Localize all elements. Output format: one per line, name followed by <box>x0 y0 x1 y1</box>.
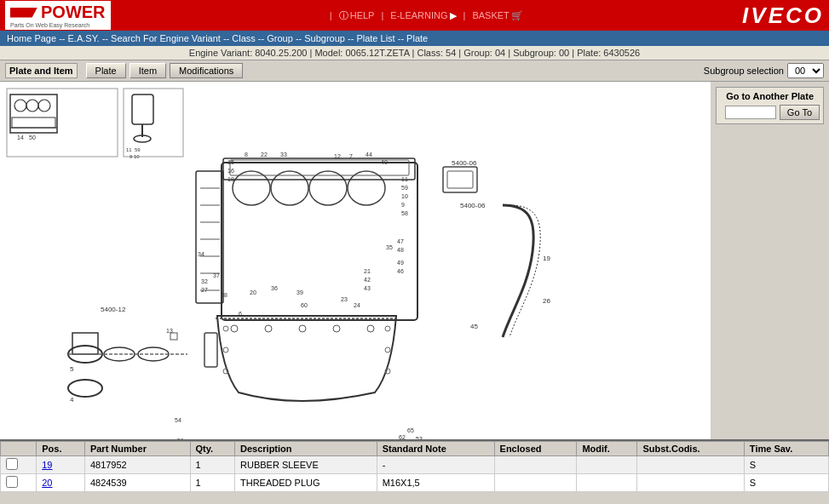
svg-text:65: 65 <box>407 427 414 433</box>
svg-text:15: 15 <box>227 159 234 165</box>
basket-link[interactable]: BASKET 🛒 <box>472 10 522 21</box>
parts-table: Pos. Part Number Qty. Description Standa… <box>0 441 829 492</box>
svg-text:38: 38 <box>221 292 227 298</box>
col-header-stdnote: Standard Note <box>377 442 494 456</box>
plate-and-item-label: Plate and Item <box>5 63 78 78</box>
svg-text:14: 14 <box>17 135 24 140</box>
tab-plate-button[interactable]: Plate <box>86 63 126 78</box>
svg-text:59: 59 <box>401 185 408 191</box>
goto-plate-button[interactable]: Go To <box>780 105 820 120</box>
svg-text:36: 36 <box>271 285 278 291</box>
row-enclosed <box>494 456 577 474</box>
top-nav: | ⓘ HELP | E-LEARNING ▶ | BASKET 🛒 <box>330 9 523 22</box>
svg-text:40: 40 <box>381 159 388 165</box>
row-checkbox-cell <box>1 474 37 492</box>
svg-text:37: 37 <box>213 272 220 278</box>
svg-text:23: 23 <box>341 296 348 302</box>
go-to-another-plate-panel: Go to Another Plate Go To <box>716 87 824 124</box>
svg-text:42: 42 <box>364 277 371 283</box>
iveco-logo: IVECO <box>742 3 824 29</box>
svg-text:47: 47 <box>397 238 404 244</box>
svg-text:50: 50 <box>29 135 36 140</box>
tab-item-button[interactable]: Item <box>130 63 166 78</box>
row-description: RUBBER SLEEVE <box>235 456 377 474</box>
svg-text:26: 26 <box>543 297 550 305</box>
svg-rect-0 <box>7 89 118 157</box>
svg-text:32: 32 <box>201 278 208 284</box>
row-select-checkbox[interactable] <box>6 458 18 470</box>
svg-text:11: 11 <box>126 147 132 152</box>
row-time-sav: S <box>744 456 828 474</box>
svg-text:5400-12: 5400-12 <box>101 306 126 313</box>
logo-area: POWER Parts On Web Easy Research <box>5 1 111 30</box>
pos-link[interactable]: 20 <box>42 478 52 488</box>
table-row: 1948179521RUBBER SLEEVE-S <box>1 456 829 474</box>
svg-point-35 <box>385 347 390 352</box>
row-pos[interactable]: 20 <box>37 474 85 492</box>
svg-rect-40 <box>72 333 98 354</box>
svg-text:39: 39 <box>296 289 303 295</box>
parts-table-body: 1948179521RUBBER SLEEVE-S2048245391THREA… <box>1 456 829 492</box>
svg-text:19: 19 <box>543 255 550 262</box>
svg-text:7: 7 <box>349 153 353 159</box>
header: POWER Parts On Web Easy Research | ⓘ HEL… <box>0 0 829 31</box>
row-checkbox-cell <box>1 456 37 474</box>
svg-text:20: 20 <box>250 289 256 295</box>
diagram-area: 14 50 11 59 9 10 <box>0 82 711 439</box>
table-row: 2048245391THREADED PLUGM16X1,5S <box>1 474 829 492</box>
svg-rect-48 <box>170 333 177 340</box>
svg-text:58: 58 <box>401 210 408 216</box>
goto-plate-input[interactable] <box>725 106 776 119</box>
col-header-timesav: Time Sav. <box>744 442 828 456</box>
svg-text:8: 8 <box>245 152 248 158</box>
row-part-number: 4824539 <box>84 474 190 492</box>
basket-icon: 🛒 <box>511 10 523 21</box>
engine-diagram-svg: 14 50 11 59 9 10 <box>0 82 690 439</box>
svg-point-34 <box>385 326 390 331</box>
svg-text:49: 49 <box>397 260 404 266</box>
svg-text:10: 10 <box>401 193 408 199</box>
svg-point-60 <box>367 325 374 332</box>
svg-text:53: 53 <box>416 436 423 439</box>
nav-separator3: | <box>463 10 466 20</box>
svg-text:45: 45 <box>470 323 478 330</box>
svg-point-19 <box>309 171 347 205</box>
svg-text:46: 46 <box>397 268 404 274</box>
svg-text:59: 59 <box>135 147 141 152</box>
row-select-checkbox[interactable] <box>6 476 18 488</box>
svg-point-58 <box>299 325 306 332</box>
subgroup-select[interactable]: 00 01 02 <box>787 63 824 78</box>
svg-rect-16 <box>222 163 417 320</box>
row-standard-note: - <box>377 456 494 474</box>
subgroup-selection: Subgroup selection 00 01 02 <box>704 63 824 78</box>
svg-point-45 <box>68 380 102 397</box>
svg-point-20 <box>348 171 385 205</box>
svg-text:34: 34 <box>198 251 204 257</box>
tab-modifications-button[interactable]: Modifications <box>170 63 243 78</box>
row-modif <box>577 474 637 492</box>
row-qty: 1 <box>190 474 235 492</box>
help-icon: ⓘ <box>339 9 348 22</box>
svg-text:27: 27 <box>201 287 208 293</box>
svg-text:51: 51 <box>177 438 184 439</box>
col-header-enclosed: Enclosed <box>494 442 577 456</box>
help-link[interactable]: ⓘ HELP <box>339 9 375 22</box>
svg-text:11: 11 <box>401 176 408 182</box>
toolbar: Plate and Item Plate Item Modifications … <box>0 60 829 82</box>
right-panel: Go to Another Plate Go To <box>711 82 829 439</box>
svg-text:13: 13 <box>166 328 173 334</box>
logo-sub-text: Parts On Web Easy Research <box>10 22 89 28</box>
elearning-link[interactable]: E-LEARNING ▶ <box>390 10 456 21</box>
col-header-pos: Pos. <box>37 442 85 456</box>
breadcrumb: Home Page -- E.A.SY. -- Search For Engin… <box>0 31 829 46</box>
svg-text:4: 4 <box>70 396 74 404</box>
pos-link[interactable]: 19 <box>42 460 52 470</box>
nav-separator2: | <box>381 10 383 20</box>
row-pos[interactable]: 19 <box>37 456 85 474</box>
svg-text:43: 43 <box>364 285 371 291</box>
col-header-checkbox <box>1 442 37 456</box>
svg-point-32 <box>223 347 228 352</box>
svg-point-57 <box>265 325 272 332</box>
svg-rect-38 <box>447 171 473 188</box>
svg-text:9  10: 9 10 <box>130 154 140 159</box>
